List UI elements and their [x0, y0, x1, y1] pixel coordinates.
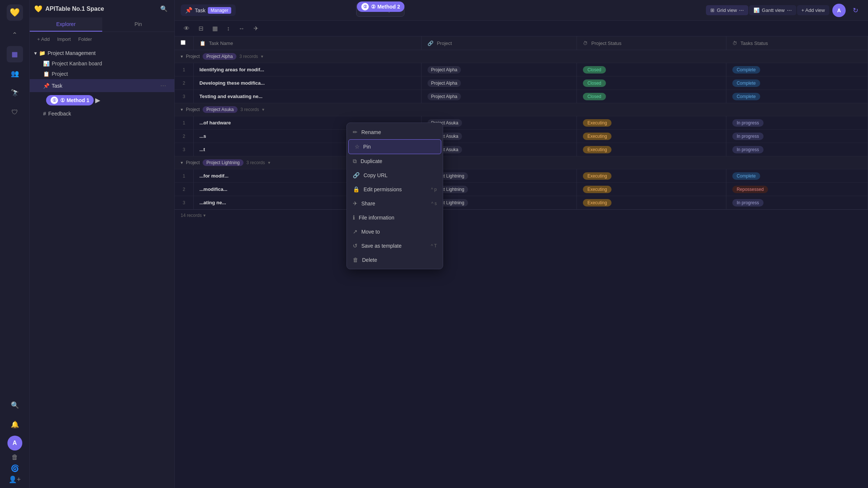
tree-parent-project-management[interactable]: ▾ 📁 Project Management [30, 48, 174, 58]
toolbar-sort-icon[interactable]: ↕ [224, 23, 233, 34]
table-row[interactable]: 3 Testing and evaluating ne... Project A… [175, 90, 868, 103]
cell-project[interactable]: Project Alpha [421, 63, 577, 77]
gantt-view-more-icon[interactable]: ⋯ [787, 7, 792, 13]
menu-pin[interactable]: ☆ Pin [348, 139, 441, 154]
menu-rename[interactable]: ✏ Rename [347, 125, 443, 139]
sidebar-search-icon[interactable]: 🔍 [7, 397, 23, 413]
cell-task-name[interactable]: Testing and evaluating ne... [193, 90, 421, 103]
cell-task-status[interactable]: In progress [726, 116, 868, 130]
menu-edit-permissions[interactable]: 🔒 Edit permissions ^ p [347, 182, 443, 196]
cell-proj-status[interactable]: Closed [577, 63, 726, 77]
menu-move-to[interactable]: ↗ Move to [347, 225, 443, 239]
menu-file-info[interactable]: ℹ File information [347, 211, 443, 225]
folder-action-btn[interactable]: Folder [75, 35, 95, 43]
cell-task-status[interactable]: In progress [726, 130, 868, 143]
grid-view-btn[interactable]: ⊞ Grid view ⋯ [706, 5, 748, 15]
cell-proj-status[interactable]: Executing [577, 116, 726, 130]
toolbar-eye-icon[interactable]: 👁 [181, 23, 193, 34]
toolbar-group-icon[interactable]: ▦ [209, 23, 221, 34]
cell-task-status[interactable]: Complete [726, 77, 868, 90]
space-search-btn[interactable]: 🔍 [158, 3, 170, 14]
template-icon: ↺ [353, 243, 358, 249]
sidebar-item-feedback[interactable]: # Feedback [30, 108, 174, 119]
cell-project[interactable]: Project Lightning [421, 183, 577, 196]
cell-proj-status[interactable]: Closed [577, 77, 726, 90]
table-row[interactable]: 3 ...t Project Asuka Executing In progre… [175, 143, 868, 156]
sidebar-item-kanban[interactable]: 📊 Project Kanban board [30, 58, 174, 69]
tab-name-area[interactable]: 📌 Task Manager [181, 4, 236, 16]
import-action-btn[interactable]: Import [54, 35, 74, 43]
share-icon: ✈ [353, 200, 358, 207]
menu-save-template[interactable]: ↺ Save as template ^ T [347, 239, 443, 253]
cell-project[interactable]: Project Lightning [421, 196, 577, 209]
table-row[interactable]: 2 ...s Project Asuka Executing In progre… [175, 130, 868, 143]
cell-project[interactable]: Project Alpha [421, 77, 577, 90]
cell-project[interactable]: Project Asuka [421, 130, 577, 143]
table-row[interactable]: 3 ...ating ne... Project Lightning Execu… [175, 196, 868, 209]
toolbar-filter-icon[interactable]: ⊟ [196, 23, 206, 34]
sidebar-trash-icon[interactable]: 🗑 [12, 453, 18, 461]
sidebar-item-task[interactable]: 📌 Task ⋯ [30, 79, 174, 92]
header-avatar[interactable]: A [832, 4, 846, 17]
lock-icon: 🔒 [353, 186, 360, 193]
menu-copy-url[interactable]: 🔗 Copy URL [347, 168, 443, 182]
cell-proj-status[interactable]: Executing [577, 130, 726, 143]
cell-project[interactable]: Project Asuka [421, 143, 577, 156]
refresh-icon[interactable]: ↻ [849, 4, 862, 17]
sidebar-adduser-icon[interactable]: 👤+ [9, 475, 21, 484]
explorer-panel: 💛 APITable No.1 Space 🔍 Explorer Pin + A… [30, 0, 175, 488]
cell-proj-status[interactable]: Executing [577, 196, 726, 209]
sidebar-grid-icon[interactable]: ▦ [7, 46, 23, 62]
cell-proj-status[interactable]: Executing [577, 183, 726, 196]
table-row[interactable]: 2 ...modifica... Project Lightning Execu… [175, 183, 868, 196]
sidebar-collapse-btn[interactable]: ⌃ [7, 27, 23, 43]
gantt-view-btn[interactable]: 📊 Gantt view ⋯ [749, 5, 796, 15]
add-view-btn[interactable]: + Add view [797, 5, 829, 15]
app-logo[interactable]: 💛 [7, 4, 23, 21]
th-task-status-icon: ⏱ [732, 40, 737, 46]
toolbar-share-icon[interactable]: ✈ [251, 23, 261, 34]
sidebar-orbit-icon[interactable]: 🌀 [11, 464, 19, 472]
sidebar-item-project[interactable]: 📋 Project [30, 69, 174, 79]
grid-view-more-icon[interactable]: ⋯ [739, 7, 744, 13]
cell-task-status[interactable]: In progress [726, 196, 868, 209]
th-checkbox[interactable] [175, 36, 193, 50]
tab-explorer[interactable]: Explorer [30, 17, 102, 32]
tab-pin[interactable]: Pin [102, 17, 175, 32]
cell-proj-status[interactable]: Executing [577, 169, 726, 183]
sidebar-bell-icon[interactable]: 🔔 [7, 416, 23, 433]
cell-task-status[interactable]: Complete [726, 63, 868, 77]
rename-icon: ✏ [353, 129, 358, 136]
sidebar-users-icon[interactable]: 👥 [7, 65, 23, 82]
cell-task-name[interactable]: Developing these modifica... [193, 77, 421, 90]
table-row[interactable]: 1 Identifying areas for modif... Project… [175, 63, 868, 77]
total-records-label: 14 records [181, 213, 202, 218]
select-all-checkbox[interactable] [181, 40, 185, 45]
cell-project[interactable]: Project Alpha [421, 90, 577, 103]
cell-task-status[interactable]: In progress [726, 143, 868, 156]
table-header-row: 📋 Task Name 🔗 Project ⏱ Project Status ⏱… [175, 36, 868, 50]
cell-task-status[interactable]: Complete [726, 169, 868, 183]
task-more-btn[interactable]: ⋯ [158, 81, 168, 90]
sidebar-shield-icon[interactable]: 🛡 [7, 104, 23, 120]
menu-share[interactable]: ✈ Share ^ s [347, 196, 443, 211]
edit-perm-shortcut: ^ p [431, 187, 437, 192]
table-row[interactable]: 2 Developing these modifica... Project A… [175, 77, 868, 90]
cell-task-name[interactable]: Identifying areas for modif... [193, 63, 421, 77]
table-row[interactable]: 1 ...of hardware Project Asuka Executing… [175, 116, 868, 130]
table-row[interactable]: 1 ...for modif... Project Lightning Exec… [175, 169, 868, 183]
sidebar-explore-icon[interactable]: 🔭 [7, 85, 23, 101]
explorer-header: 💛 APITable No.1 Space 🔍 [30, 0, 174, 17]
task-tab-icon: 📌 [185, 7, 193, 14]
menu-duplicate[interactable]: ⧉ Duplicate [347, 154, 443, 168]
add-action-btn[interactable]: + Add [34, 35, 53, 43]
menu-delete[interactable]: 🗑 Delete [347, 253, 443, 267]
cell-task-status[interactable]: Complete [726, 90, 868, 103]
toolbar-rowheight-icon[interactable]: ↔ [236, 23, 248, 34]
cell-project[interactable]: Project Asuka [421, 116, 577, 130]
cell-proj-status[interactable]: Closed [577, 90, 726, 103]
cell-proj-status[interactable]: Executing [577, 143, 726, 156]
cell-task-status[interactable]: Repossessed [726, 183, 868, 196]
sidebar-avatar[interactable]: A [7, 436, 22, 450]
cell-project[interactable]: Project Lightning [421, 169, 577, 183]
